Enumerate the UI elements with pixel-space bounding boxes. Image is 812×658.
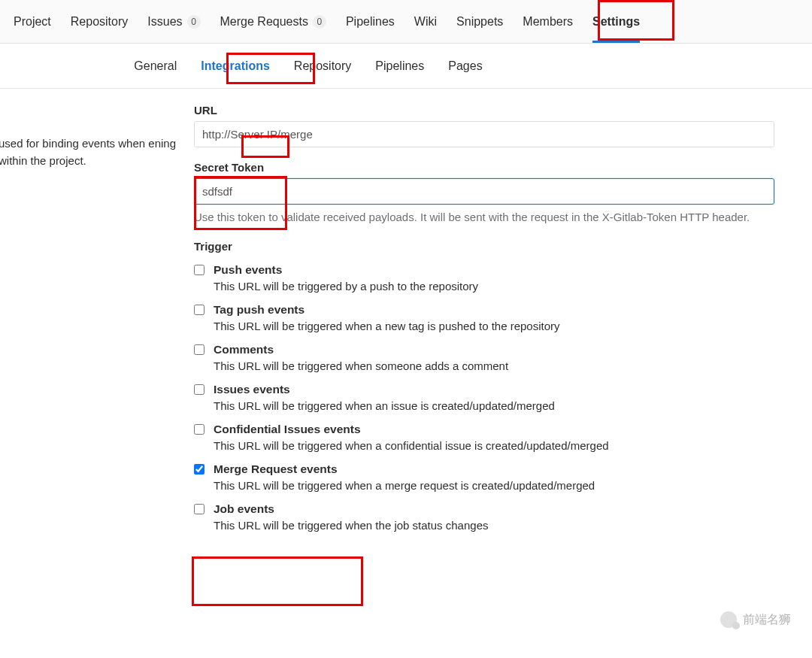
subtab-integrations[interactable]: Integrations xyxy=(199,55,271,77)
subtab-repository[interactable]: Repository xyxy=(292,55,353,77)
watermark-text: 前端名狮 xyxy=(743,612,791,628)
wechat-icon xyxy=(720,611,737,628)
checkbox-comments[interactable] xyxy=(194,344,205,355)
settings-sub-nav: General Integrations Repository Pipeline… xyxy=(0,44,812,89)
tab-merge-requests[interactable]: Merge Requests0 xyxy=(220,0,326,43)
tab-label: Issues xyxy=(147,15,182,29)
checkbox-confidential-issues-events[interactable] xyxy=(194,424,205,435)
trigger-title: Merge Request events xyxy=(214,462,338,476)
trigger-desc: This URL will be triggered when someone … xyxy=(214,359,774,372)
subtab-pipelines[interactable]: Pipelines xyxy=(374,55,426,77)
trigger-confidential-issues-events: Confidential Issues events This URL will… xyxy=(194,423,774,452)
trigger-label: Trigger xyxy=(194,240,774,253)
trigger-tag-push-events: Tag push events This URL will be trigger… xyxy=(194,303,774,332)
trigger-job-events: Job events This URL will be triggered wh… xyxy=(194,502,774,532)
tab-label: Merge Requests xyxy=(220,15,308,29)
trigger-merge-request-events: Merge Request events This URL will be tr… xyxy=(194,462,774,492)
tab-wiki[interactable]: Wiki xyxy=(414,0,437,43)
trigger-title: Job events xyxy=(214,502,274,516)
trigger-title: Comments xyxy=(214,343,274,356)
side-description: used for binding events when ening withi… xyxy=(0,104,194,532)
highlight-box xyxy=(192,556,363,606)
tab-pipelines[interactable]: Pipelines xyxy=(346,0,395,43)
issues-count-badge: 0 xyxy=(187,15,201,29)
tab-repository[interactable]: Repository xyxy=(71,0,128,43)
secret-token-label: Secret Token xyxy=(194,161,774,174)
tab-label: Wiki xyxy=(414,15,437,29)
tab-members[interactable]: Members xyxy=(523,0,573,43)
tab-label: Snippets xyxy=(456,15,503,29)
tab-issues[interactable]: Issues0 xyxy=(147,0,200,43)
mr-count-badge: 0 xyxy=(313,15,326,29)
trigger-title: Issues events xyxy=(214,383,290,396)
trigger-desc: This URL will be triggered when a confid… xyxy=(214,439,774,452)
checkbox-job-events[interactable] xyxy=(194,504,205,514)
content-area: used for binding events when ening withi… xyxy=(0,89,812,532)
webhook-form: URL Secret Token Use this token to valid… xyxy=(194,104,812,532)
trigger-desc: This URL will be triggered when a new ta… xyxy=(214,320,774,332)
tab-label: Settings xyxy=(592,15,640,29)
trigger-title: Tag push events xyxy=(214,303,304,317)
trigger-desc: This URL will be triggered when a merge … xyxy=(214,479,774,492)
secret-token-help: Use this token to validate received payl… xyxy=(194,209,774,226)
trigger-desc: This URL will be triggered by a push to … xyxy=(214,280,774,293)
tab-project[interactable]: Project xyxy=(14,0,51,43)
url-label: URL xyxy=(194,104,774,117)
trigger-push-events: Push events This URL will be triggered b… xyxy=(194,263,774,293)
trigger-desc: This URL will be triggered when the job … xyxy=(214,519,774,532)
checkbox-issues-events[interactable] xyxy=(194,384,205,395)
tab-label: Project xyxy=(14,15,51,29)
trigger-title: Push events xyxy=(214,263,282,277)
trigger-title: Confidential Issues events xyxy=(214,423,361,436)
tab-snippets[interactable]: Snippets xyxy=(456,0,503,43)
trigger-issues-events: Issues events This URL will be triggered… xyxy=(194,383,774,412)
subtab-pages[interactable]: Pages xyxy=(447,55,483,77)
tab-label: Repository xyxy=(71,15,128,29)
project-top-nav: Project Repository Issues0 Merge Request… xyxy=(0,0,812,44)
trigger-desc: This URL will be triggered when an issue… xyxy=(214,399,774,412)
watermark: 前端名狮 xyxy=(720,611,791,628)
checkbox-merge-request-events[interactable] xyxy=(194,464,205,475)
trigger-comments: Comments This URL will be triggered when… xyxy=(194,343,774,372)
checkbox-tag-push-events[interactable] xyxy=(194,305,205,315)
tab-settings[interactable]: Settings xyxy=(592,0,640,43)
trigger-list: Push events This URL will be triggered b… xyxy=(194,263,774,532)
secret-token-input[interactable] xyxy=(194,178,774,205)
url-input[interactable] xyxy=(194,121,774,147)
subtab-general[interactable]: General xyxy=(132,55,178,77)
tab-label: Members xyxy=(523,15,573,29)
tab-label: Pipelines xyxy=(346,15,395,29)
checkbox-push-events[interactable] xyxy=(194,265,205,275)
